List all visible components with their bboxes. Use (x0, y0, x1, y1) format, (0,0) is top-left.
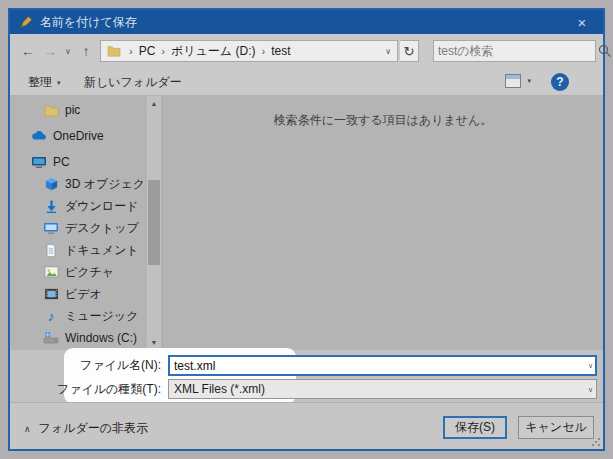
content-area: pic OneDrive PC 3D オブジェクト (10, 96, 603, 350)
save-button[interactable]: 保存(S) (443, 416, 507, 439)
sidebar-item-label: 3D オブジェクト (65, 176, 157, 193)
title-bar: 名前を付けて保存 × (10, 10, 603, 34)
folder-icon (107, 45, 121, 57)
filename-input[interactable] (168, 355, 597, 376)
sidebar-item-desktop[interactable]: デスクトップ (10, 218, 162, 238)
sidebar-item-label: ピクチャ (65, 264, 114, 281)
collapse-icon: ∧ (24, 424, 31, 434)
filename-label: ファイル名(N): (10, 357, 168, 374)
sidebar-item-label: ドキュメント (65, 242, 139, 259)
drive-windows-icon (43, 330, 59, 346)
scrollbar-thumb[interactable] (148, 180, 160, 265)
cloud-icon (31, 128, 47, 144)
sidebar-item-label: ビデオ (65, 286, 102, 303)
resize-grip[interactable] (591, 437, 601, 447)
organize-menu[interactable]: 整理 ▾ (28, 73, 61, 92)
refresh-button[interactable]: ↻ (400, 40, 419, 62)
breadcrumb[interactable]: › PC › ボリューム (D:) › test ∨ (100, 40, 398, 62)
document-icon (43, 242, 59, 258)
sidebar-item-onedrive[interactable]: OneDrive (10, 126, 162, 146)
chevron-down-icon: ▾ (527, 77, 531, 85)
computer-icon (31, 154, 47, 170)
change-view-button[interactable]: ▾ (505, 74, 531, 88)
view-icon (505, 74, 521, 88)
organize-label: 整理 (28, 74, 52, 91)
search-box (433, 40, 596, 62)
chevron-down-icon: ▾ (57, 79, 61, 87)
breadcrumb-item-volume-d[interactable]: ボリューム (D:) (171, 43, 255, 60)
music-note-icon: ♪ (43, 308, 59, 324)
sidebar-item-documents[interactable]: ドキュメント (10, 240, 162, 260)
sidebar-item-label: PC (53, 155, 70, 169)
cancel-button[interactable]: キャンセル (518, 416, 594, 439)
window-title: 名前を付けて保存 (40, 14, 137, 31)
crumb-separator: › (129, 45, 133, 57)
address-dropdown-icon[interactable]: ∨ (385, 47, 391, 56)
sidebar-item-3d-objects[interactable]: 3D オブジェクト (10, 174, 162, 194)
sidebar-item-label: デスクトップ (65, 220, 139, 237)
folder-icon (43, 102, 59, 118)
new-folder-label: 新しいフォルダー (84, 74, 182, 91)
forward-button[interactable]: → (40, 40, 60, 62)
app-icon (18, 15, 32, 29)
sidebar-item-windows-c[interactable]: Windows (C:) (10, 328, 162, 348)
hide-folders-label: フォルダーの非表示 (39, 420, 148, 437)
filetype-select[interactable]: XML Files (*.xml) (168, 379, 597, 399)
command-toolbar: 整理 ▾ 新しいフォルダー ▾ ? (10, 68, 603, 96)
history-chevron-icon[interactable]: ∨ (62, 40, 74, 62)
desktop-icon (43, 220, 59, 236)
chevron-down-icon[interactable]: ∨ (588, 386, 593, 394)
breadcrumb-item-pc[interactable]: PC (139, 44, 156, 58)
up-button[interactable]: ↑ (76, 40, 96, 62)
scroll-up-icon[interactable]: ▲ (147, 96, 161, 111)
sidebar-item-pc[interactable]: PC (10, 152, 162, 172)
save-as-dialog: 名前を付けて保存 × ← → ∨ ↑ › PC › ボリューム (D:) › t… (8, 8, 605, 451)
video-icon (43, 286, 59, 302)
nav-buttons: ← → ∨ ↑ (18, 40, 96, 62)
sidebar-item-pictures[interactable]: ピクチャ (10, 262, 162, 282)
sidebar-item-videos[interactable]: ビデオ (10, 284, 162, 304)
sidebar-item-label: OneDrive (53, 129, 104, 143)
navigation-pane: pic OneDrive PC 3D オブジェクト (10, 96, 162, 350)
crumb-separator: › (161, 45, 165, 57)
filename-panel: ファイル名(N): ∨ ファイルの種類(T): XML Files (*.xml… (10, 350, 603, 402)
back-button[interactable]: ← (18, 40, 38, 62)
sidebar-item-label: ダウンロード (65, 198, 138, 215)
chevron-down-icon[interactable]: ∨ (588, 362, 593, 370)
sidebar-scrollbar[interactable]: ▲ ▼ (147, 96, 161, 350)
3d-cube-icon (43, 176, 59, 192)
address-row: ← → ∨ ↑ › PC › ボリューム (D:) › test ∨ ↻ (10, 34, 603, 68)
hide-folders-button[interactable]: ∧ フォルダーの非表示 (24, 420, 148, 437)
picture-icon (43, 264, 59, 280)
sidebar-item-downloads[interactable]: ダウンロード (10, 196, 162, 216)
sidebar-item-label: Windows (C:) (65, 331, 137, 345)
sidebar-item-label: ミュージック (65, 308, 138, 325)
sidebar-item-music[interactable]: ♪ ミュージック (10, 306, 162, 326)
dialog-footer: ∧ フォルダーの非表示 保存(S) キャンセル (10, 402, 603, 449)
file-list-pane[interactable]: 検索条件に一致する項目はありません。 (162, 96, 603, 350)
close-button[interactable]: × (561, 10, 603, 34)
empty-folder-message: 検索条件に一致する項目はありません。 (163, 112, 603, 129)
search-icon[interactable] (597, 43, 613, 59)
breadcrumb-item-test[interactable]: test (271, 44, 290, 58)
new-folder-button[interactable]: 新しいフォルダー (84, 73, 182, 92)
sidebar-item-label: pic (65, 103, 80, 117)
help-button[interactable]: ? (551, 73, 569, 91)
sidebar-item-pic[interactable]: pic (10, 100, 162, 120)
crumb-separator: › (261, 45, 265, 57)
search-input[interactable] (434, 44, 597, 58)
download-arrow-icon (43, 198, 59, 214)
filetype-label: ファイルの種類(T): (10, 381, 168, 398)
